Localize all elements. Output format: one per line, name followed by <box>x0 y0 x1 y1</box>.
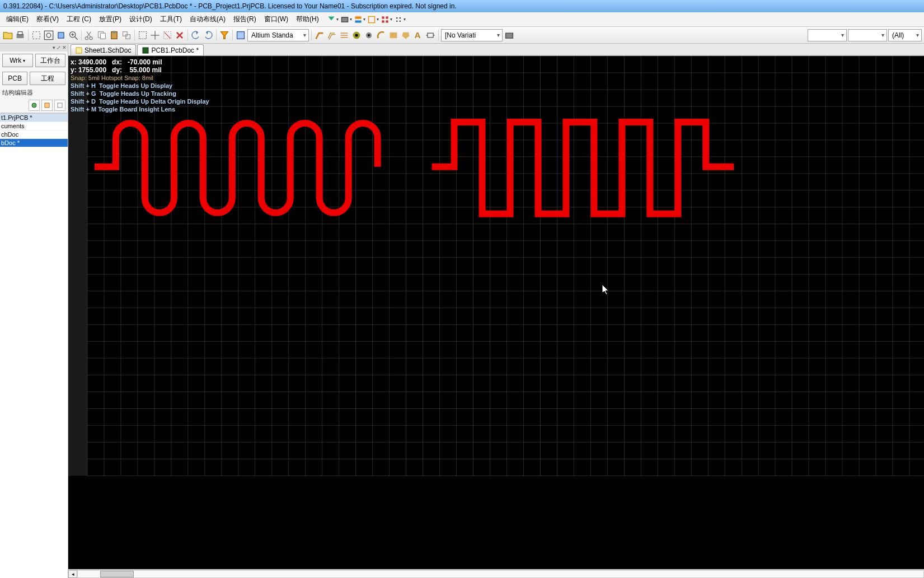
menu-tools[interactable]: 工具(T) <box>156 13 186 26</box>
scroll-thumb[interactable] <box>100 571 134 577</box>
route-multi-icon[interactable] <box>339 30 350 41</box>
component-icon[interactable] <box>425 30 436 41</box>
svg-point-46 <box>368 34 370 36</box>
arc-icon[interactable] <box>376 30 387 41</box>
menu-dropdown-icon-2[interactable] <box>340 15 350 25</box>
move-icon[interactable] <box>149 30 161 41</box>
main-area: ▾ ⤢ ✕ Wrk 工作台 PCB 工程 结构编辑器 t1.PrjPCB *cu… <box>0 44 924 578</box>
variation-label: [No Variati <box>445 31 476 39</box>
document-tab[interactable]: PCB1.PcbDoc * <box>137 44 204 55</box>
project-button[interactable]: 工程 <box>30 72 65 85</box>
tree-item[interactable]: cuments <box>0 122 68 130</box>
fill-icon[interactable] <box>388 30 399 41</box>
chevron-down-icon: ▾ <box>350 17 352 22</box>
chevron-down-icon: ▾ <box>390 17 392 22</box>
workspace-button[interactable]: 工作台 <box>35 54 66 67</box>
deselect-icon[interactable] <box>162 30 173 41</box>
variation-combo[interactable]: [No Variati <box>441 29 503 41</box>
clear-icon[interactable] <box>174 30 185 41</box>
svg-rect-29 <box>112 31 115 33</box>
select-rect-icon[interactable] <box>137 30 148 41</box>
menu-place[interactable]: 放置(P) <box>95 13 125 26</box>
menu-help[interactable]: 帮助(H) <box>292 13 323 26</box>
svg-rect-56 <box>76 48 82 53</box>
route-diff-icon[interactable] <box>326 30 337 41</box>
horizontal-scrollbar[interactable]: ◂ <box>68 569 924 578</box>
menu-dropdown-icon-5[interactable] <box>380 15 390 25</box>
svg-point-9 <box>399 17 401 18</box>
svg-rect-52 <box>506 33 513 38</box>
tab-label: PCB1.PcbDoc * <box>151 46 199 54</box>
scroll-track[interactable] <box>77 570 924 578</box>
duplicate-icon[interactable] <box>121 30 132 41</box>
document-tab[interactable]: Sheet1.SchDoc <box>71 44 136 55</box>
menu-view[interactable]: 察看(V) <box>32 13 63 26</box>
svg-rect-31 <box>126 34 130 39</box>
redo-icon[interactable] <box>203 30 214 41</box>
tree-item[interactable]: t1.PrjPCB * <box>0 114 68 122</box>
projects-panel: ▾ ⤢ ✕ Wrk 工作台 PCB 工程 结构编辑器 t1.PrjPCB *cu… <box>0 44 68 578</box>
zoom-selected-icon[interactable] <box>55 30 67 41</box>
toolbar: Altium Standa A [No Variati (All) <box>0 27 924 44</box>
filter-icon[interactable] <box>219 30 230 41</box>
pad-icon[interactable] <box>351 30 362 41</box>
menu-window[interactable]: 窗口(W) <box>260 13 292 26</box>
svg-rect-6 <box>382 20 384 22</box>
menu-bar: 编辑(E) 察看(V) 工程 (C) 放置(P) 设计(D) 工具(T) 自动布… <box>0 12 924 27</box>
project-tree[interactable]: t1.PrjPCB *cumentschDocbDoc * <box>0 113 68 578</box>
panel-tool-icon-3[interactable] <box>54 100 65 111</box>
editor-area: Sheet1.SchDocPCB1.PcbDoc * x: 3490.000 d… <box>68 44 924 578</box>
schematic-icon <box>76 47 82 54</box>
panel-tool-icon-1[interactable] <box>29 100 40 111</box>
menu-dropdown-icon-4[interactable] <box>367 15 377 25</box>
tree-item[interactable]: chDoc <box>0 130 68 139</box>
panel-tool-icon-2[interactable] <box>41 100 53 111</box>
variation-config-icon[interactable] <box>504 30 515 41</box>
paste-icon[interactable] <box>109 30 120 41</box>
route-track-icon[interactable] <box>314 30 325 41</box>
structure-editor-label: 结构编辑器 <box>0 87 68 98</box>
menu-dropdown-icon-6[interactable] <box>393 15 404 25</box>
zoom-area-icon[interactable] <box>31 30 42 41</box>
workspace-file-button[interactable]: Wrk <box>2 54 33 67</box>
filter-scope-combo[interactable]: (All) <box>888 29 922 41</box>
print-icon[interactable] <box>15 30 26 41</box>
document-tabs: Sheet1.SchDocPCB1.PcbDoc * <box>68 44 924 56</box>
layerset-combo[interactable]: Altium Standa <box>247 29 309 41</box>
menu-autoroute[interactable]: 自动布线(A) <box>186 13 229 26</box>
svg-rect-7 <box>386 20 388 22</box>
panel-close-icon[interactable]: ✕ <box>62 45 67 50</box>
string-icon[interactable]: A <box>412 30 424 41</box>
tree-item[interactable]: bDoc * <box>0 139 68 147</box>
menu-edit[interactable]: 编辑(E) <box>2 13 32 26</box>
svg-rect-54 <box>45 103 49 108</box>
browse-icon[interactable] <box>235 30 246 41</box>
menu-design[interactable]: 设计(D) <box>125 13 156 26</box>
zoom-in-icon[interactable] <box>68 30 79 41</box>
pcb-canvas-svg[interactable] <box>68 56 924 476</box>
title-bar: 0.391.22084) - C:\Users\Administrator\De… <box>0 0 924 12</box>
panel-dropdown-icon[interactable]: ▾ <box>53 45 55 50</box>
svg-rect-15 <box>44 31 53 39</box>
menu-dropdown-icon-3[interactable] <box>353 15 363 25</box>
scroll-left-button[interactable]: ◂ <box>68 570 77 578</box>
polygon-icon[interactable] <box>400 30 411 41</box>
open-icon[interactable] <box>2 30 13 41</box>
menu-report[interactable]: 报告(R) <box>229 13 260 26</box>
svg-rect-4 <box>382 16 384 18</box>
undo-icon[interactable] <box>190 30 201 41</box>
menu-project[interactable]: 工程 (C) <box>63 13 95 26</box>
copy-icon[interactable] <box>96 30 107 41</box>
pcb-canvas[interactable]: x: 3490.000 dx: -70.000 mil y: 1755.000 … <box>68 56 924 569</box>
via-icon[interactable] <box>363 30 374 41</box>
zoom-fit-icon[interactable] <box>43 30 54 41</box>
filter-combo-1[interactable] <box>808 29 847 41</box>
svg-rect-39 <box>237 31 245 39</box>
svg-rect-3 <box>368 16 374 22</box>
svg-rect-47 <box>390 32 397 38</box>
filter-combo-2[interactable] <box>848 29 887 41</box>
menu-dropdown-icon-1[interactable] <box>326 15 336 25</box>
svg-rect-32 <box>139 31 147 39</box>
panel-pin-icon[interactable]: ⤢ <box>57 45 61 50</box>
cut-icon[interactable] <box>84 30 95 41</box>
